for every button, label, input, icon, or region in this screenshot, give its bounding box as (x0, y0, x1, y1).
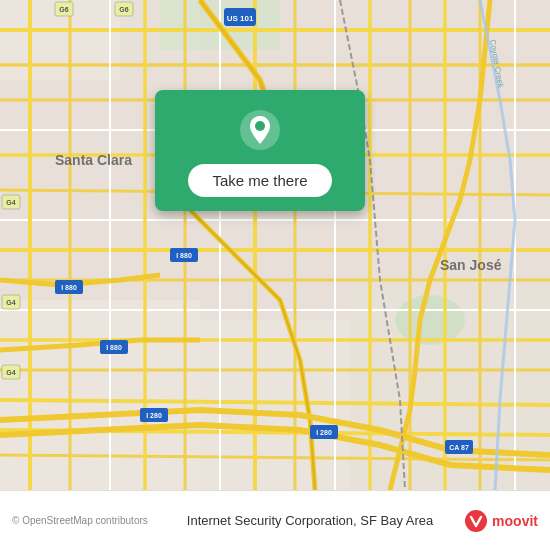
map-pin-icon (238, 108, 282, 152)
svg-text:CA 87: CA 87 (449, 444, 469, 451)
svg-text:San José: San José (440, 257, 502, 273)
svg-text:G4: G4 (6, 369, 15, 376)
svg-point-68 (465, 510, 487, 532)
svg-text:I 880: I 880 (61, 284, 77, 291)
bottom-bar: © OpenStreetMap contributors Internet Se… (0, 490, 550, 550)
svg-rect-4 (200, 320, 350, 490)
svg-text:G4: G4 (6, 299, 15, 306)
map-svg: US 101 I 880 I 880 I 880 I 280 I 280 CA … (0, 0, 550, 490)
svg-text:I 280: I 280 (316, 429, 332, 436)
svg-text:G4: G4 (6, 199, 15, 206)
svg-text:Santa Clara: Santa Clara (55, 152, 132, 168)
svg-point-67 (255, 121, 265, 131)
svg-text:I 880: I 880 (106, 344, 122, 351)
svg-text:I 280: I 280 (146, 412, 162, 419)
moovit-text: moovit (492, 513, 538, 529)
location-title: Internet Security Corporation, SF Bay Ar… (166, 513, 454, 528)
svg-text:G6: G6 (59, 6, 68, 13)
location-card: Take me there (155, 90, 365, 211)
svg-text:I 880: I 880 (176, 252, 192, 259)
svg-text:G6: G6 (119, 6, 128, 13)
map-container: US 101 I 880 I 880 I 880 I 280 I 280 CA … (0, 0, 550, 490)
moovit-logo: moovit (464, 509, 538, 533)
copyright-text: © OpenStreetMap contributors (12, 515, 156, 526)
svg-point-6 (395, 295, 465, 345)
moovit-icon (464, 509, 488, 533)
take-me-there-button[interactable]: Take me there (188, 164, 331, 197)
svg-text:US 101: US 101 (227, 14, 254, 23)
